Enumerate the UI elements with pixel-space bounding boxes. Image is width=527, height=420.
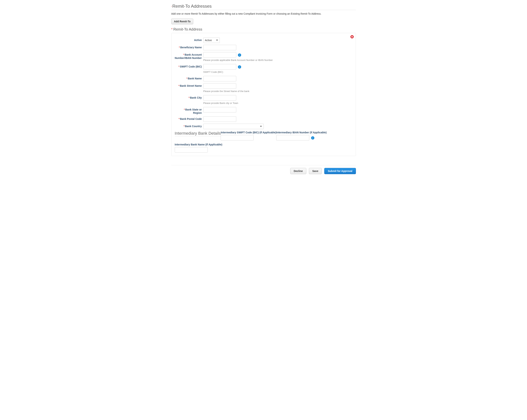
bank-country-select[interactable] [203, 124, 264, 129]
submit-for-approval-button[interactable]: Submit for Approval [324, 168, 356, 174]
remit-to-address-heading-text: Remit-To Address [173, 27, 202, 31]
section-title-text: Remit-To Addresses [172, 4, 212, 9]
label-bank-country-text: Bank Country [185, 125, 202, 128]
label-bank-account-text: Bank Account Number/IBAN Number [175, 53, 202, 59]
section-title: *Remit-To Addresses [171, 4, 356, 10]
section-intro: Add one or more Remit-To Addresses by ei… [171, 12, 356, 15]
label-bank-postal-text: Bank Postal Code [180, 118, 202, 120]
bank-name-input[interactable] [203, 76, 236, 81]
bank-account-input[interactable] [203, 52, 236, 58]
hint-bank-city: Please provide Bank city or Town [203, 102, 352, 105]
label-bank-name: *Bank Name [175, 76, 203, 80]
field-body: Active [203, 37, 352, 43]
intermediary-iban-field: Intermediary IBAN Number (If Applicable)… [276, 131, 327, 140]
bank-city-input[interactable] [203, 95, 236, 101]
label-bank-city: *Bank City [175, 95, 203, 99]
label-swift: *SWIFT Code (BIC) [175, 64, 203, 68]
required-asterisk-icon: * [184, 108, 185, 111]
intermediary-bank-name-input[interactable] [175, 147, 208, 152]
save-button[interactable]: Save [309, 168, 322, 174]
close-panel-button[interactable] [350, 35, 354, 39]
close-icon [350, 35, 354, 39]
label-bank-country: *Bank Country [175, 124, 203, 128]
required-asterisk-icon: * [187, 77, 187, 80]
field-row-bank-country: *Bank Country [175, 124, 352, 129]
intermediary-swift-input[interactable] [221, 135, 254, 140]
label-beneficiary-text: Beneficiary Name [180, 46, 202, 49]
required-asterisk-icon: * [188, 96, 189, 99]
label-bank-street-text: Bank Street Name [180, 84, 202, 87]
bottom-actions: Decline Save Submit for Approval [171, 165, 356, 174]
required-asterisk-icon: * [171, 5, 172, 8]
field-row-bank-city: *Bank City Please provide Bank city or T… [175, 95, 352, 105]
field-body [203, 76, 352, 81]
label-intermediary-swift: Intermediary SWIFT Code (BIC) (If Applic… [221, 131, 276, 134]
label-bank-name-text: Bank Name [188, 77, 202, 80]
remit-to-address-heading: *Remit-To Address [171, 27, 356, 32]
label-swift-text: SWIFT Code (BIC) [180, 65, 202, 68]
page-container: *Remit-To Addresses Add one or more Remi… [151, 0, 376, 180]
label-bank-postal: *Bank Postal Code [175, 116, 203, 121]
bank-postal-input[interactable] [203, 116, 236, 122]
label-bank-state: *Bank State or Region [175, 107, 203, 115]
field-row-bank-account: *Bank Account Number/IBAN Number i Pleas… [175, 52, 352, 62]
required-asterisk-icon: * [178, 65, 179, 68]
field-row-bank-street: *Bank Street Name Please provide the Str… [175, 83, 352, 93]
field-row-beneficiary: *Beneficiary Name [175, 45, 352, 50]
intermediary-iban-input[interactable] [276, 135, 309, 140]
intermediary-row-top: Intermediary Bank Details Intermediary S… [175, 131, 352, 140]
required-asterisk-icon: * [183, 53, 184, 56]
add-remit-to-button[interactable]: Add Remit-To [171, 19, 193, 24]
field-row-swift: *SWIFT Code (BIC) i SWIFT Code (BIC) [175, 64, 352, 73]
info-icon[interactable]: i [238, 54, 241, 57]
swift-input[interactable] [203, 64, 236, 70]
label-active: Active [175, 37, 203, 42]
intermediary-bank-name-field: Intermediary Bank Name (If Applicable) [175, 143, 222, 152]
field-row-bank-state: *Bank State or Region [175, 107, 352, 115]
field-body [203, 124, 352, 129]
required-asterisk-icon: * [179, 46, 180, 49]
label-intermediary-bank-name: Intermediary Bank Name (If Applicable) [175, 143, 222, 146]
required-asterisk-icon: * [184, 125, 185, 128]
beneficiary-name-input[interactable] [203, 45, 236, 50]
field-body: i Please provide applicable Bank Account… [203, 52, 352, 62]
bank-street-input[interactable] [203, 83, 236, 89]
active-select-wrapper: Active [203, 37, 220, 43]
label-bank-account: *Bank Account Number/IBAN Number [175, 52, 203, 60]
required-asterisk-icon: * [179, 118, 179, 120]
info-icon[interactable]: i [311, 136, 314, 140]
decline-button[interactable]: Decline [290, 168, 306, 174]
required-asterisk-icon: * [178, 84, 179, 87]
bank-country-select-wrapper [203, 124, 264, 129]
info-icon[interactable]: i [238, 65, 241, 69]
field-row-active: Active Active [175, 37, 352, 43]
field-body [203, 45, 352, 50]
field-body [203, 116, 352, 122]
hint-bank-street: Please provide the Street Name of the ba… [203, 90, 352, 93]
label-beneficiary: *Beneficiary Name [175, 45, 203, 49]
remit-to-form-panel: Active Active *Beneficiary Name *Bank Ac… [171, 33, 356, 156]
required-asterisk-icon: * [171, 27, 173, 31]
field-body: Please provide the Street Name of the ba… [203, 83, 352, 93]
label-intermediary-iban: Intermediary IBAN Number (If Applicable) [276, 131, 327, 134]
label-bank-street: *Bank Street Name [175, 83, 203, 88]
active-select[interactable]: Active [203, 37, 220, 43]
hint-bank-account: Please provide applicable Bank Account N… [203, 59, 352, 62]
bank-state-input[interactable] [203, 107, 236, 112]
hint-swift: SWIFT Code (BIC) [203, 71, 352, 73]
field-body [203, 107, 352, 112]
field-body: i SWIFT Code (BIC) [203, 64, 352, 73]
intermediary-title: Intermediary Bank Details [175, 131, 221, 136]
label-bank-state-text: Bank State or Region [185, 108, 202, 114]
label-bank-city-text: Bank City [190, 96, 202, 99]
intermediary-swift-field: Intermediary SWIFT Code (BIC) (If Applic… [221, 131, 276, 140]
field-row-bank-postal: *Bank Postal Code [175, 116, 352, 122]
field-row-bank-name: *Bank Name [175, 76, 352, 81]
field-body: Please provide Bank city or Town [203, 95, 352, 105]
